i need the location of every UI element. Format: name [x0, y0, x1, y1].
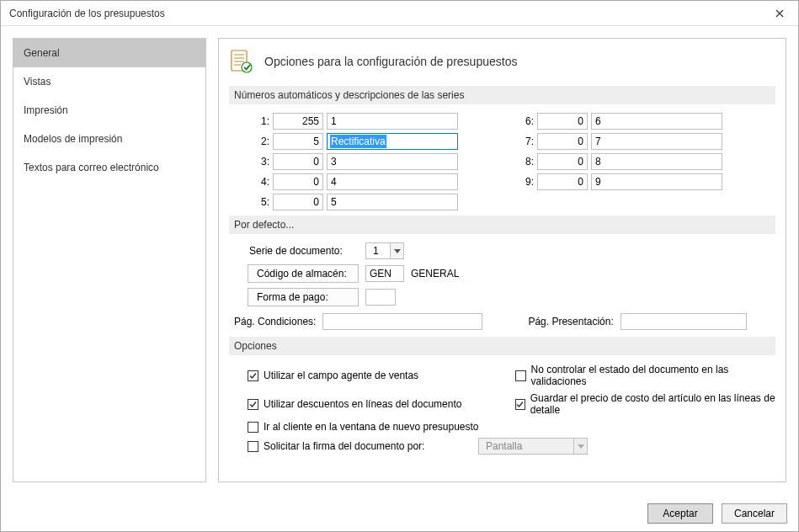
series-label: 5: — [248, 196, 273, 208]
series-num-7[interactable] — [537, 133, 588, 150]
titlebar: Configuración de los presupuestos — [1, 1, 798, 26]
serie-label: Serie de documento: — [248, 245, 359, 257]
series-label: 4: — [248, 176, 273, 188]
series-desc-7[interactable] — [591, 133, 722, 150]
series-desc-5[interactable] — [327, 194, 458, 210]
series-num-9[interactable] — [537, 173, 588, 190]
section-heading-defaults: Por defecto... — [229, 215, 775, 234]
series-label: 1: — [248, 115, 273, 127]
series-grid: 1: 6: 2: Rectificativa 7: 3: 8: 4: — [248, 113, 775, 210]
series-desc-3[interactable] — [327, 153, 458, 170]
cancel-button[interactable]: Cancelar — [722, 503, 787, 524]
series-label: 6: — [512, 115, 537, 127]
sidebar-item-vistas[interactable]: Vistas — [13, 67, 205, 96]
sidebar-item-label: General — [24, 47, 60, 59]
pag-presentacion-label: Pág. Presentación: — [528, 316, 613, 327]
series-num-8[interactable] — [537, 153, 588, 170]
serie-value: 1 — [366, 243, 390, 258]
chk-label: Utilizar el campo agente de ventas — [264, 370, 418, 381]
forma-pago-input[interactable] — [365, 289, 396, 306]
chk-label: Ir al cliente en la ventana de nuevo pre… — [264, 421, 479, 433]
chk-goto-client[interactable]: Ir al cliente en la ventana de nuevo pre… — [248, 421, 500, 433]
sidebar-item-impresion[interactable]: Impresión — [13, 96, 205, 125]
series-num-1[interactable] — [273, 113, 323, 130]
close-icon — [775, 9, 784, 18]
chk-no-control[interactable]: No controlar el estado del documento en … — [515, 364, 775, 387]
chk-label: Solicitar la firma del documento por: — [264, 440, 424, 452]
dialog-footer: Aceptar Cancelar — [636, 495, 799, 532]
sidebar-item-label: Impresión — [24, 104, 68, 116]
checkbox-icon — [248, 422, 258, 433]
series-desc-9[interactable] — [591, 173, 722, 190]
series-desc-8[interactable] — [591, 153, 722, 170]
series-num-2[interactable] — [273, 133, 323, 150]
series-label: 8: — [512, 156, 537, 168]
series-label: 3: — [248, 156, 273, 168]
panel-header: Opciones para la configuración de presup… — [229, 49, 775, 74]
series-desc-4[interactable] — [327, 173, 458, 190]
pag-condiciones-label: Pág. Condiciones: — [234, 316, 316, 327]
chevron-down-icon — [390, 243, 403, 258]
window-title: Configuración de los presupuestos — [9, 8, 761, 19]
section-heading-options: Opciones — [229, 337, 775, 355]
serie-dropdown[interactable]: 1 — [365, 242, 404, 259]
svg-point-5 — [242, 62, 252, 72]
panel-title: Opciones para la configuración de presup… — [264, 55, 517, 68]
almacen-button[interactable]: Código de almacén: — [248, 264, 359, 283]
section-heading-series: Números automáticos y descripciones de l… — [229, 86, 775, 104]
sidebar-item-textos-correo[interactable]: Textos para correo electrónico — [13, 153, 205, 182]
sign-method-dropdown: Pantalla — [478, 438, 588, 455]
checkbox-icon — [515, 399, 525, 410]
sidebar-item-general[interactable]: General — [13, 39, 205, 67]
series-num-4[interactable] — [273, 173, 323, 190]
chk-sign[interactable]: Solicitar la firma del documento por: — [248, 440, 500, 452]
series-num-5[interactable] — [273, 194, 323, 210]
chk-label: Guardar el precio de costo del artículo … — [530, 392, 775, 416]
almacen-name: GENERAL — [411, 268, 459, 279]
chk-discounts[interactable]: Utilizar descuentos en líneas del docume… — [248, 398, 500, 410]
sidebar: General Vistas Impresión Modelos de impr… — [13, 38, 206, 482]
pag-presentacion-input[interactable] — [621, 313, 747, 330]
series-label: 2: — [248, 136, 273, 147]
pag-condiciones-input[interactable] — [322, 313, 482, 330]
sidebar-item-label: Modelos de impresión — [24, 133, 122, 145]
chk-agent[interactable]: Utilizar el campo agente de ventas — [248, 370, 500, 381]
checkbox-icon — [248, 370, 258, 381]
sidebar-item-label: Textos para correo electrónico — [24, 162, 159, 173]
checkbox-icon — [248, 441, 258, 452]
sidebar-item-label: Vistas — [24, 76, 51, 88]
series-num-3[interactable] — [273, 153, 323, 170]
checkbox-icon — [248, 399, 258, 410]
sign-method-value: Pantalla — [479, 439, 573, 454]
series-label: 9: — [512, 176, 537, 188]
main-panel: Opciones para la configuración de presup… — [218, 38, 786, 482]
document-options-icon — [229, 49, 254, 74]
sidebar-item-modelos[interactable]: Modelos de impresión — [13, 125, 205, 153]
series-desc-2[interactable]: Rectificativa — [327, 133, 458, 150]
selected-text: Rectificativa — [330, 135, 386, 148]
chk-label: Utilizar descuentos en líneas del docume… — [264, 398, 461, 410]
close-button[interactable] — [761, 1, 798, 26]
chk-label: No controlar el estado del documento en … — [531, 364, 776, 387]
series-desc-6[interactable] — [591, 113, 722, 130]
chk-save-cost[interactable]: Guardar el precio de costo del artículo … — [515, 392, 775, 416]
almacen-code-input[interactable] — [365, 265, 404, 282]
accept-button[interactable]: Aceptar — [647, 503, 713, 524]
forma-pago-button[interactable]: Forma de pago: — [248, 288, 359, 306]
chevron-down-icon — [573, 439, 587, 454]
series-label: 7: — [512, 136, 537, 147]
checkbox-icon — [515, 370, 526, 381]
series-desc-1[interactable] — [327, 113, 458, 130]
series-num-6[interactable] — [537, 113, 588, 130]
